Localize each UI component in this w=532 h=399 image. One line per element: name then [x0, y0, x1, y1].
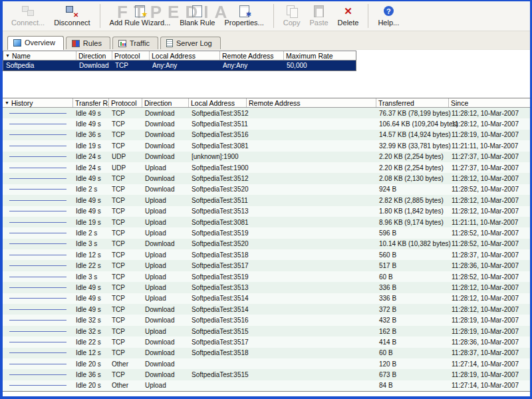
history-row[interactable]: Idle 49 sTCPUploadSoftpediaTest:35131.80…: [3, 206, 530, 217]
history-cell-transfer-rate: Idle 19 s: [73, 142, 109, 150]
copy-button: Copy: [279, 3, 305, 28]
history-cell-transferred: 2.20 KB (2,254 bytes): [376, 164, 449, 172]
history-cell-transferred: 8.96 KB (9,174 bytes): [376, 219, 449, 226]
traffic-tab-icon: [118, 40, 126, 47]
history-row[interactable]: Idle 12 sTCPDownloadSoftpediaTest:351860…: [3, 348, 530, 358]
history-cell-direction: Upload: [142, 382, 189, 389]
history-row[interactable]: Idle 12 sTCPUploadSoftpediaTest:3518560 …: [3, 249, 530, 260]
history-row[interactable]: Idle 20 sOtherUpload84 B11:27:14, 10-Mar…: [3, 380, 530, 391]
tab-traffic[interactable]: Traffic: [112, 37, 158, 49]
tab-bar: OverviewRulesTrafficServer Log: [3, 31, 530, 50]
history-column-header-local-address[interactable]: Local Address: [189, 98, 247, 107]
tab-server-log[interactable]: Server Log: [160, 37, 221, 49]
history-cell-since: 11:28:36, 10-Mar-2007: [449, 262, 530, 269]
history-row[interactable]: Idle 20 sOtherDownload120 B11:27:14, 10-…: [3, 358, 530, 369]
history-cell-direction: Download: [142, 186, 189, 193]
history-cell-protocol: TCP: [109, 338, 142, 346]
history-column-header-since[interactable]: Since: [449, 98, 530, 107]
history-row[interactable]: Idle 19 sTCPUploadSoftpediaTest:30818.96…: [3, 217, 530, 227]
paste-icon: [311, 5, 327, 17]
rules-column-header-maximum-rate[interactable]: Maximum Rate: [284, 51, 356, 60]
rules-column-header-remote-address[interactable]: Remote Address: [220, 51, 284, 60]
history-column-header-transferred[interactable]: Transferred: [376, 98, 449, 107]
blank-rule-icon: [190, 5, 205, 17]
history-cell-direction: Download: [142, 338, 189, 346]
history-cell-local-address: SoftpediaTest:3516: [189, 317, 247, 324]
history-cell-direction: Upload: [142, 295, 189, 302]
transfer-rate-sparkline: [9, 320, 66, 321]
transfer-rate-sparkline: [9, 200, 66, 201]
history-row[interactable]: Idle 19 sTCPDownloadSoftpediaTest:308132…: [3, 140, 530, 151]
history-row[interactable]: Idle 49 sTCPDownloadSoftpediaTest:351276…: [3, 108, 530, 118]
history-cell-since: 11:28:36, 10-Mar-2007: [449, 338, 530, 346]
history-column-header-transfer-ra[interactable]: Transfer Ra: [73, 98, 109, 107]
history-row[interactable]: Idle 49 sTCPUploadSoftpediaTest:35112.82…: [3, 195, 530, 205]
history-cell-transfer-rate: Idle 49 s: [73, 207, 109, 215]
tab-label: Traffic: [130, 39, 150, 47]
toolbar-button-label: Paste: [309, 19, 328, 27]
disconnect-button[interactable]: Disconnect: [49, 3, 94, 28]
rules-column-header-name[interactable]: ▼Name: [3, 51, 76, 60]
history-cell-since: 11:28:12, 10-Mar-2007: [449, 120, 530, 128]
history-column-header-remote-address[interactable]: Remote Address: [247, 98, 376, 107]
history-row[interactable]: Idle 49 sTCPDownloadSoftpediaTest:351437…: [3, 304, 530, 315]
history-row[interactable]: Idle 3 sTCPDownloadSoftpediaTest:352010.…: [3, 239, 530, 249]
history-cell-transfer-rate: Idle 19 s: [73, 219, 109, 226]
history-cell-transferred: 336 B: [376, 284, 449, 291]
history-row[interactable]: Idle 24 sUDPDownload[unknown]:19002.20 K…: [3, 152, 530, 162]
history-cell-transferred: 517 B: [376, 262, 449, 269]
history-cell-since: 11:27:37, 10-Mar-2007: [449, 164, 530, 172]
transfer-rate-sparkline: [9, 233, 66, 233]
history-cell-transfer-rate: Idle 36 s: [73, 371, 109, 378]
history-cell-sparkline: [3, 146, 73, 146]
history-column-header-direction[interactable]: Direction: [142, 98, 189, 107]
history-row[interactable]: Idle 2 sTCPDownloadSoftpediaTest:3520924…: [3, 184, 530, 195]
history-row[interactable]: Idle 49 sTCPUploadSoftpediaTest:3513336 …: [3, 282, 530, 293]
transfer-rate-sparkline: [9, 364, 66, 364]
history-row[interactable]: Idle 49 sTCPUploadSoftpediaTest:3514336 …: [3, 293, 530, 304]
history-row[interactable]: Idle 36 sTCPDownloadSoftpediaTest:351614…: [3, 130, 530, 140]
properties-button[interactable]: Properties...: [219, 3, 268, 28]
history-cell-protocol: TCP: [109, 284, 142, 291]
history-row[interactable]: Idle 22 sTCPUploadSoftpediaTest:3517517 …: [3, 260, 530, 271]
history-cell-transfer-rate: Idle 49 s: [73, 197, 109, 204]
history-column-header-history[interactable]: ▼History: [3, 98, 73, 107]
history-cell-transfer-rate: Idle 24 s: [73, 153, 109, 160]
help-button[interactable]: Help...: [373, 3, 404, 28]
rules-column-header-protocol[interactable]: Protocol: [112, 51, 150, 60]
history-row[interactable]: Idle 2 sTCPUploadSoftpediaTest:3519596 B…: [3, 227, 530, 238]
history-row[interactable]: Idle 24 sUDPUploadSoftpediaTest:19002.20…: [3, 162, 530, 173]
history-cell-protocol: TCP: [109, 142, 142, 150]
add-rule-wizard-button[interactable]: Add Rule Wizard...: [105, 3, 176, 28]
tab-rules[interactable]: Rules: [66, 37, 110, 49]
history-cell-direction: Download: [142, 142, 189, 150]
history-row[interactable]: Idle 49 sTCPDownloadSoftpediaTest:351110…: [3, 118, 530, 129]
tab-overview[interactable]: Overview: [7, 36, 64, 50]
transfer-rate-sparkline: [9, 374, 66, 375]
history-row[interactable]: Idle 22 sTCPDownloadSoftpediaTest:351741…: [3, 336, 530, 347]
history-cell-transfer-rate: Idle 49 s: [73, 295, 109, 302]
rules-row[interactable]: SoftpediaDownloadTCPAny:AnyAny:Any50,000: [3, 61, 356, 70]
rules-column-header-local-address[interactable]: Local Address: [150, 51, 220, 60]
history-cell-sparkline: [3, 113, 73, 114]
history-row[interactable]: Idle 32 sTCPDownloadSoftpediaTest:351643…: [3, 315, 530, 325]
history-cell-transfer-rate: Idle 24 s: [73, 164, 109, 172]
history-row[interactable]: Idle 36 sTCPDownloadSoftpediaTest:351567…: [3, 369, 530, 380]
history-row[interactable]: Idle 32 sTCPUploadSoftpediaTest:3515162 …: [3, 326, 530, 336]
transfer-rate-sparkline: [9, 265, 66, 266]
delete-button[interactable]: Delete: [333, 3, 364, 28]
history-row[interactable]: Idle 3 sTCPUploadSoftpediaTest:351960 B1…: [3, 271, 530, 282]
column-header-label: Local Address: [191, 99, 235, 107]
history-cell-since: 11:28:52, 10-Mar-2007: [449, 229, 530, 237]
rules-column-header-direction[interactable]: Direction: [76, 51, 112, 60]
history-cell-sparkline: [3, 277, 73, 277]
history-cell-since: 11:28:52, 10-Mar-2007: [449, 273, 530, 281]
server-log-tab-icon: [166, 39, 173, 47]
history-cell-local-address: SoftpediaTest:3520: [189, 186, 247, 193]
history-cell-transfer-rate: Idle 3 s: [73, 273, 109, 281]
history-cell-transferred: 336 B: [376, 295, 449, 302]
history-row[interactable]: Idle 49 sTCPDownloadSoftpediaTest:35122.…: [3, 173, 530, 184]
transfer-rate-sparkline: [9, 385, 66, 386]
history-column-header-protocol[interactable]: Protocol: [109, 98, 142, 107]
blank-rule-button[interactable]: Blank Rule: [175, 3, 219, 28]
